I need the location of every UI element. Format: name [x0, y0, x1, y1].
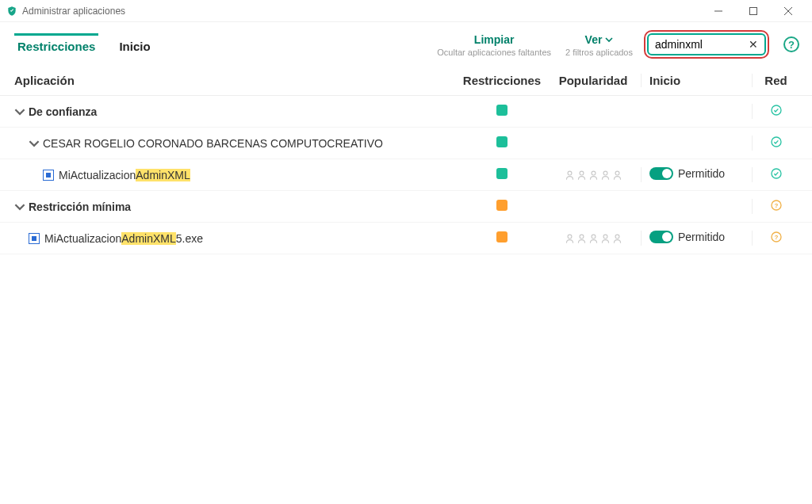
group-row-vendor[interactable]: CESAR ROGELIO CORONADO BARCENAS COMPUTOC…	[0, 128, 812, 159]
svg-point-10	[615, 171, 619, 175]
app-name: MiActualizacionAdminXML	[59, 169, 190, 181]
search-highlight: AdminXML	[136, 169, 190, 181]
net-allowed-icon	[770, 136, 783, 148]
restriction-indicator[interactable]	[496, 200, 508, 211]
restriction-indicator[interactable]	[496, 231, 508, 242]
group-row-minrestrict[interactable]: Restricción mínima ?	[0, 191, 812, 223]
app-icon	[43, 170, 54, 181]
start-toggle[interactable]: Permitido	[649, 231, 725, 243]
net-allowed-icon	[770, 104, 783, 116]
net-allowed-icon	[770, 167, 783, 180]
restriction-indicator[interactable]	[496, 105, 508, 116]
help-icon[interactable]: ?	[783, 36, 799, 52]
toggle-track[interactable]	[649, 231, 673, 243]
svg-point-15	[580, 235, 584, 239]
person-icon	[612, 233, 622, 244]
window-buttons	[701, 0, 806, 22]
svg-point-9	[603, 171, 607, 175]
chevron-down-icon[interactable]	[29, 138, 40, 149]
header-app[interactable]: Aplicación	[14, 74, 458, 87]
maximize-button[interactable]	[736, 0, 771, 22]
chevron-down-icon[interactable]	[14, 201, 25, 212]
person-icon	[565, 233, 575, 244]
clean-sub: Ocultar aplicaciones faltantes	[437, 48, 551, 57]
tab-home[interactable]: Inicio	[116, 33, 153, 63]
search-input[interactable]	[655, 38, 745, 51]
svg-point-8	[592, 171, 596, 175]
view-sub: 2 filtros aplicados	[565, 48, 633, 57]
toggle-track[interactable]	[649, 167, 673, 180]
header-popularity[interactable]: Popularidad	[546, 74, 641, 87]
view-button[interactable]: Ver	[585, 33, 614, 46]
chevron-down-icon	[605, 36, 613, 44]
header-net[interactable]: Red	[752, 74, 799, 87]
group-label: De confianza	[29, 105, 97, 118]
toolbar: Restricciones Inicio Limpiar Ocultar apl…	[0, 22, 812, 63]
svg-point-17	[603, 235, 607, 239]
shield-icon	[6, 6, 17, 17]
app-row[interactable]: MiActualizacionAdminXML5.exe Permitido ?	[0, 223, 812, 254]
restriction-indicator[interactable]	[496, 168, 508, 179]
person-icon	[600, 233, 611, 244]
net-prompt-icon: ?	[770, 231, 783, 243]
person-icon	[565, 170, 575, 181]
tab-restrictions[interactable]: Restricciones	[14, 33, 98, 63]
column-headers: Aplicación Restricciones Popularidad Ini…	[0, 63, 812, 96]
app-icon	[29, 233, 40, 244]
svg-point-16	[592, 235, 596, 239]
person-icon	[612, 170, 622, 181]
group-label: Restricción mínima	[29, 200, 131, 213]
svg-point-14	[568, 235, 572, 239]
header-restrictions[interactable]: Restricciones	[458, 74, 546, 87]
clean-col[interactable]: Limpiar Ocultar aplicaciones faltantes	[437, 33, 551, 57]
clean-button[interactable]: Limpiar	[474, 33, 515, 46]
person-icon	[600, 170, 611, 181]
svg-point-7	[580, 171, 584, 175]
chevron-down-icon[interactable]	[14, 106, 25, 117]
view-col[interactable]: Ver 2 filtros aplicados	[565, 33, 633, 57]
group-label: CESAR ROGELIO CORONADO BARCENAS COMPUTOC…	[43, 137, 383, 150]
start-toggle[interactable]: Permitido	[649, 167, 725, 180]
close-button[interactable]	[771, 0, 806, 22]
svg-point-6	[568, 171, 572, 175]
toggle-label: Permitido	[678, 167, 725, 180]
net-prompt-icon: ?	[770, 199, 783, 212]
group-row-trusted[interactable]: De confianza	[0, 96, 812, 128]
search-highlight: AdminXML	[121, 232, 175, 245]
restriction-indicator[interactable]	[496, 136, 508, 147]
svg-text:?: ?	[774, 202, 778, 209]
person-icon	[576, 233, 587, 244]
svg-rect-1	[750, 7, 757, 14]
search-clear-icon[interactable]: ✕	[745, 38, 758, 51]
app-row[interactable]: MiActualizacionAdminXML Permitido	[0, 159, 812, 191]
svg-point-18	[615, 235, 619, 239]
svg-text:?: ?	[774, 234, 778, 241]
header-start[interactable]: Inicio	[641, 74, 752, 87]
tabs: Restricciones Inicio	[14, 33, 154, 63]
toggle-knob	[662, 232, 672, 242]
view-label: Ver	[585, 33, 603, 46]
app-name: MiActualizacionAdminXML5.exe	[44, 232, 203, 245]
person-icon	[588, 170, 599, 181]
toggle-knob	[662, 169, 672, 178]
toolbar-right: Limpiar Ocultar aplicaciones faltantes V…	[437, 33, 799, 57]
window-title: Administrar aplicaciones	[22, 6, 701, 17]
popularity-icons	[546, 233, 641, 244]
minimize-button[interactable]	[701, 0, 736, 22]
search-box[interactable]: ✕	[647, 33, 766, 55]
popularity-icons	[546, 170, 641, 181]
person-icon	[588, 233, 599, 244]
titlebar: Administrar aplicaciones	[0, 0, 812, 22]
toggle-label: Permitido	[678, 231, 725, 243]
person-icon	[576, 170, 587, 181]
